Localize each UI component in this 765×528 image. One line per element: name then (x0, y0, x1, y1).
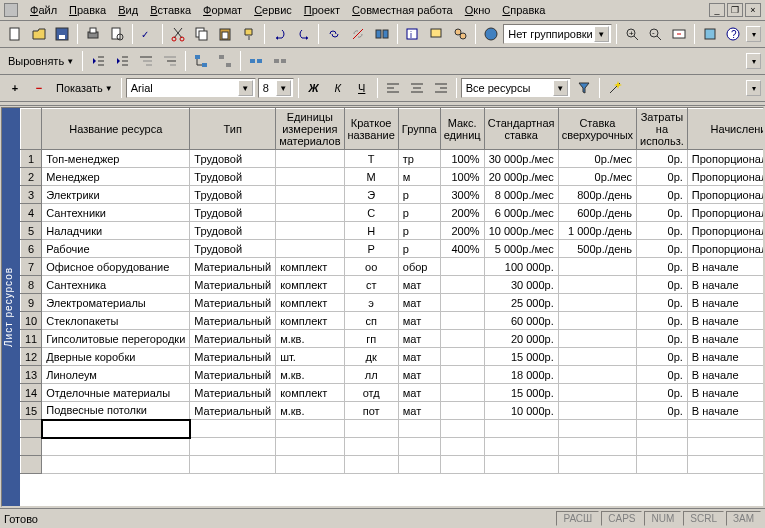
menu-Формат[interactable]: Формат (197, 2, 248, 18)
menu-Правка[interactable]: Правка (63, 2, 112, 18)
link-icon[interactable] (323, 23, 345, 45)
cell-unit[interactable] (276, 168, 344, 186)
structure2-icon[interactable] (214, 50, 236, 72)
menu-Вставка[interactable]: Вставка (144, 2, 197, 18)
help-icon[interactable]: ? (723, 23, 745, 45)
cell-name[interactable]: Рабочие (42, 240, 190, 258)
unlink-icon[interactable] (347, 23, 369, 45)
group-combo[interactable]: Нет группировки▼ (503, 24, 611, 44)
cell-name[interactable]: Подвесные потолки (42, 402, 190, 420)
minimize-button[interactable]: _ (709, 3, 725, 17)
cell-short[interactable]: пот (344, 402, 398, 420)
cell-short[interactable]: отд (344, 384, 398, 402)
cell-group[interactable]: м (398, 168, 440, 186)
cell-short[interactable]: С (344, 204, 398, 222)
cell-group[interactable]: р (398, 204, 440, 222)
col-header[interactable]: Макс. единиц (440, 109, 484, 150)
outdent-icon[interactable] (87, 50, 109, 72)
table-row[interactable]: 10СтеклопакетыМатериальныйкомплектспмат6… (21, 312, 764, 330)
cell-group[interactable]: мат (398, 330, 440, 348)
cell-max[interactable] (440, 402, 484, 420)
cell-group[interactable]: обор (398, 258, 440, 276)
menu-Файл[interactable]: Файл (24, 2, 63, 18)
row-header[interactable]: 10 (21, 312, 42, 330)
col-header[interactable]: Стандартная ставка (484, 109, 558, 150)
chevron-down-icon[interactable]: ▼ (276, 80, 291, 96)
cell-short[interactable]: лл (344, 366, 398, 384)
row-header[interactable]: 8 (21, 276, 42, 294)
structure4-icon[interactable] (269, 50, 291, 72)
row-header[interactable]: 14 (21, 384, 42, 402)
copy-icon[interactable] (191, 23, 213, 45)
cell-over[interactable]: 0р./мес (558, 150, 636, 168)
menu-Вид[interactable]: Вид (112, 2, 144, 18)
cell-cost[interactable]: 0р. (637, 204, 688, 222)
cell-acc[interactable]: Пропорциональное (687, 168, 763, 186)
cell-cost[interactable]: 0р. (637, 258, 688, 276)
cell-group[interactable]: мат (398, 312, 440, 330)
cell-cost[interactable]: 0р. (637, 330, 688, 348)
cell-group[interactable]: мат (398, 276, 440, 294)
cell-cost[interactable]: 0р. (637, 402, 688, 420)
table-row[interactable]: 9ЭлектроматериалыМатериальныйкомплектэма… (21, 294, 764, 312)
cell-over[interactable] (558, 330, 636, 348)
cell-type[interactable]: Материальный (190, 366, 276, 384)
cell-rate[interactable]: 10 000р./мес (484, 222, 558, 240)
view-bar[interactable]: Лист ресурсов (2, 108, 20, 506)
italic-icon[interactable]: К (327, 77, 349, 99)
cell-rate[interactable]: 8 000р./мес (484, 186, 558, 204)
cell-type[interactable]: Материальный (190, 258, 276, 276)
cell-type[interactable]: Трудовой (190, 186, 276, 204)
save-icon[interactable] (51, 23, 73, 45)
table-row[interactable]: 12Дверные коробкиМатериальныйшт.дкмат15 … (21, 348, 764, 366)
cell-over[interactable]: 600р./день (558, 204, 636, 222)
table-row[interactable]: 15Подвесные потолкиМатериальныйм.кв.потм… (21, 402, 764, 420)
cell-short[interactable]: Р (344, 240, 398, 258)
autofilter-icon[interactable] (573, 77, 595, 99)
cell-over[interactable] (558, 366, 636, 384)
publish-icon[interactable] (480, 23, 502, 45)
align-left-icon[interactable] (382, 77, 404, 99)
cell-name[interactable]: Топ-менеджер (42, 150, 190, 168)
selected-cell[interactable] (42, 420, 190, 438)
cell-group[interactable]: р (398, 186, 440, 204)
cell-type[interactable]: Материальный (190, 330, 276, 348)
cell-acc[interactable]: В начале (687, 276, 763, 294)
row-header[interactable]: 11 (21, 330, 42, 348)
cell-name[interactable]: Электроматериалы (42, 294, 190, 312)
table-row[interactable]: 13ЛинолеумМатериальныйм.кв.ллмат18 000р.… (21, 366, 764, 384)
cell-short[interactable]: Э (344, 186, 398, 204)
cell-cost[interactable]: 0р. (637, 294, 688, 312)
table-row[interactable]: 4СантехникиТрудовойСр200%6 000р./мес600р… (21, 204, 764, 222)
cell-acc[interactable]: В начале (687, 330, 763, 348)
cell-type[interactable]: Трудовой (190, 222, 276, 240)
filter-combo[interactable]: Все ресурсы▼ (461, 78, 571, 98)
cell-over[interactable]: 1 000р./день (558, 222, 636, 240)
cell-unit[interactable]: комплект (276, 258, 344, 276)
cell-over[interactable] (558, 402, 636, 420)
cell-max[interactable]: 200% (440, 222, 484, 240)
row-header[interactable]: 12 (21, 348, 42, 366)
cell-short[interactable]: М (344, 168, 398, 186)
toolbar-options-icon[interactable]: ▾ (746, 26, 761, 42)
cell-max[interactable]: 200% (440, 204, 484, 222)
cell-over[interactable] (558, 312, 636, 330)
menu-Проект[interactable]: Проект (298, 2, 346, 18)
underline-icon[interactable]: Ч (351, 77, 373, 99)
cell-group[interactable]: мат (398, 348, 440, 366)
table-row[interactable]: 1Топ-менеджерТрудовойТтр100%30 000р./мес… (21, 150, 764, 168)
row-header[interactable]: 4 (21, 204, 42, 222)
cell-max[interactable]: 300% (440, 186, 484, 204)
zoom-out-icon[interactable]: - (645, 23, 667, 45)
chevron-down-icon[interactable]: ▼ (238, 80, 253, 96)
cell-rate[interactable]: 20 000р. (484, 330, 558, 348)
cell-name[interactable]: Гипсолитовые перегородки (42, 330, 190, 348)
cell-max[interactable]: 100% (440, 168, 484, 186)
cell-group[interactable]: мат (398, 402, 440, 420)
menu-Окно[interactable]: Окно (459, 2, 497, 18)
row-header[interactable]: 6 (21, 240, 42, 258)
cell-rate[interactable]: 15 000р. (484, 384, 558, 402)
cell-unit[interactable] (276, 150, 344, 168)
row-header[interactable]: 3 (21, 186, 42, 204)
cell-cost[interactable]: 0р. (637, 384, 688, 402)
